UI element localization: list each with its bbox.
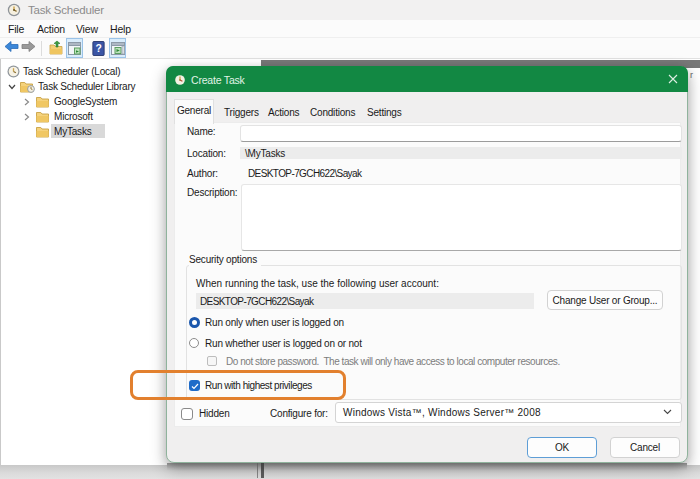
svg-text:?: ?	[95, 43, 101, 54]
